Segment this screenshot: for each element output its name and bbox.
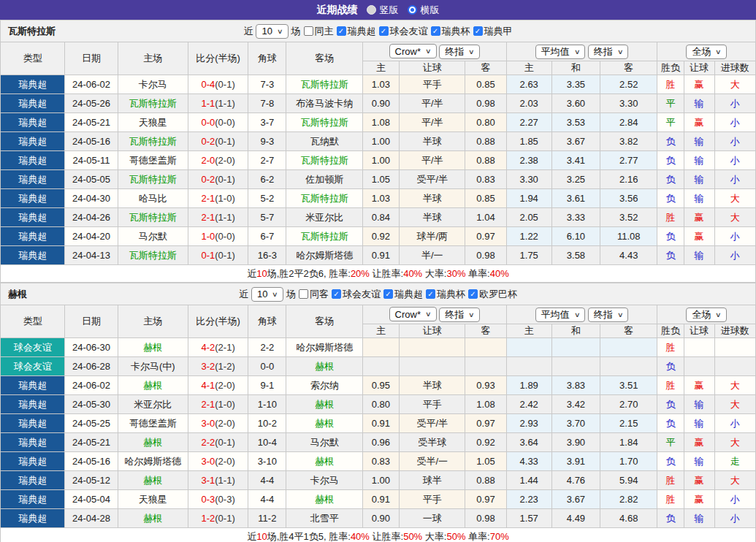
final-odds-select-2[interactable]: 终指∨ <box>588 308 629 322</box>
league-checkbox-1[interactable]: ✓ 球会友谊 <box>379 25 428 38</box>
halftime-score: (0-1) <box>215 136 234 147</box>
corner-count: 6-7 <box>248 227 286 246</box>
same-away-checkbox[interactable]: 同客 <box>299 288 329 301</box>
final-odds-select[interactable]: 终指∨ <box>439 308 480 322</box>
sub-header-home-odds: 主 <box>362 61 399 75</box>
radio-icon-unselected[interactable] <box>367 5 376 15</box>
sub-header-draw: 和 <box>551 324 600 338</box>
checkbox-checked-icon[interactable]: ✓ <box>332 289 341 299</box>
fulltime-score: 0-4 <box>201 79 215 90</box>
league-checkbox-0[interactable]: ✓ 瑞典超 <box>337 25 376 38</box>
summary-text: 场,胜2平2负6, 胜率: <box>267 268 351 279</box>
match-row: 瑞典超24-04-20马尔默1-0(0-0)6-7瓦斯特拉斯0.92球半/两0.… <box>1 227 756 246</box>
final-odds-select-2[interactable]: 终指∨ <box>588 45 629 59</box>
col-header-score: 比分(半场) <box>188 42 248 75</box>
checkbox-checked-icon[interactable]: ✓ <box>383 289 393 299</box>
fulltime-score: 3-1 <box>201 475 215 486</box>
league-checkbox-2[interactable]: ✓ 瑞典杯 <box>426 288 465 301</box>
result-handicap: 赢 <box>684 208 714 227</box>
matches-count-select[interactable]: 10 ∨ <box>251 287 283 302</box>
avg-draw-odds: 3.53 <box>551 113 600 132</box>
checkbox-checked-icon[interactable]: ✓ <box>379 26 389 36</box>
halftime-score: (0-1) <box>215 250 234 261</box>
match-date: 24-05-30 <box>65 395 118 414</box>
sub-header-goals-result: 进球数 <box>714 61 755 75</box>
league-badge: 瑞典超 <box>1 395 65 414</box>
final-odds-select[interactable]: 终指∨ <box>439 45 480 59</box>
match-row: 瑞典超24-05-21天狼星0-0(0-0)3-7瓦斯特拉斯1.08平/半0.8… <box>1 113 756 132</box>
result-goals: 小 <box>714 227 755 246</box>
average-odds-select-value: 平均值 <box>541 45 570 58</box>
avg-draw-odds: 4.49 <box>551 509 600 528</box>
handicap-line: 平手 <box>400 395 465 414</box>
handicap-home-odds: 1.03 <box>362 75 399 94</box>
avg-win-odds: 3.30 <box>506 170 551 189</box>
radio-horizontal-layout[interactable]: 横版 <box>408 4 440 17</box>
league-checkbox-3[interactable]: ✓ 瑞典甲 <box>473 25 513 38</box>
result-handicap: 输 <box>684 94 714 113</box>
section-summary-cell: 近10场,胜4平1负5, 胜率:40% 让胜率:50% 大率:50% 单率:70… <box>1 528 756 542</box>
league-badge: 瑞典超 <box>1 208 65 227</box>
avg-lose-odds: 4.68 <box>600 509 657 528</box>
final-odds-select-value: 终指 <box>445 45 464 58</box>
handicap-line <box>400 357 465 376</box>
filter-bar: 近 10 ∨ 场 同客 ✓ 球会友谊 ✓ 瑞典超 <box>1 287 755 302</box>
match-date: 24-05-21 <box>65 113 118 132</box>
bookmaker-select[interactable]: Crow*∨ <box>389 307 437 321</box>
radio-icon-selected[interactable] <box>408 5 417 15</box>
handicap-line: 半球 <box>400 132 465 151</box>
home-team: 米亚尔比 <box>118 395 188 414</box>
halftime-score: (0-3) <box>215 494 234 505</box>
result-goals: 小 <box>714 94 755 113</box>
result-goals <box>714 357 755 376</box>
checkbox-unchecked-icon[interactable] <box>304 26 313 36</box>
average-header-cell: 平均值∨ 终指∨ <box>506 305 657 324</box>
league-checkbox-2[interactable]: ✓ 瑞典杯 <box>431 25 470 38</box>
summary-text: 近 <box>247 531 256 542</box>
checkbox-checked-icon[interactable]: ✓ <box>468 289 478 299</box>
away-team: 瓦斯特拉斯 <box>286 189 362 208</box>
league-checkbox-1[interactable]: ✓ 瑞典超 <box>383 288 423 301</box>
league-badge: 瑞典超 <box>1 376 65 395</box>
match-date: 24-06-30 <box>65 338 118 357</box>
handicap-line: 平/半 <box>400 94 465 113</box>
matches-count-select[interactable]: 10 ∨ <box>256 24 288 39</box>
halftime-score: (0-1) <box>215 174 234 185</box>
avg-draw-odds: 3.67 <box>551 132 600 151</box>
checkbox-checked-icon[interactable]: ✓ <box>337 26 346 36</box>
match-row: 瑞典超24-05-04天狼星0-3(0-3)4-4赫根0.91平手0.972.2… <box>1 490 756 509</box>
sub-header-handicap-result: 让球 <box>684 61 714 75</box>
checkbox-checked-icon[interactable]: ✓ <box>426 289 435 299</box>
avg-win-odds: 1.44 <box>506 471 551 490</box>
league-checkbox-label: 瑞典甲 <box>484 25 513 38</box>
handicap-away-odds: 0.88 <box>465 151 506 170</box>
match-score: 0-4(0-1) <box>188 75 248 94</box>
scope-header-cell: 全场∨ <box>657 42 756 61</box>
match-score: 1-0(0-0) <box>188 227 248 246</box>
same-home-checkbox[interactable]: 同主 <box>304 25 334 38</box>
corner-count: 3-10 <box>248 452 286 471</box>
average-odds-select[interactable]: 平均值∨ <box>535 45 586 59</box>
radio-vertical-layout[interactable]: 竖版 <box>367 4 399 17</box>
match-score: 4-2(2-1) <box>188 338 248 357</box>
handicap-home-odds: 0.83 <box>362 452 399 471</box>
fulltime-score: 1-1 <box>201 98 215 109</box>
bookmaker-select[interactable]: Crow*∨ <box>389 44 437 58</box>
scope-select[interactable]: 全场∨ <box>686 45 727 59</box>
avg-lose-odds: 11.08 <box>600 227 657 246</box>
avg-draw-odds: 6.10 <box>551 227 600 246</box>
result-wdl: 胜 <box>657 75 684 94</box>
match-date: 24-05-16 <box>65 132 118 151</box>
checkbox-checked-icon[interactable]: ✓ <box>473 26 483 36</box>
league-checkbox-0[interactable]: ✓ 球会友谊 <box>332 288 381 301</box>
checkbox-checked-icon[interactable]: ✓ <box>431 26 440 36</box>
average-odds-select[interactable]: 平均值∨ <box>535 308 586 322</box>
checkbox-unchecked-icon[interactable] <box>299 289 308 299</box>
league-checkbox-3[interactable]: ✓ 欧罗巴杯 <box>468 288 517 301</box>
result-wdl: 胜 <box>657 490 684 509</box>
scope-select[interactable]: 全场∨ <box>686 308 727 322</box>
result-handicap <box>684 357 714 376</box>
result-handicap <box>684 338 714 357</box>
halftime-score: (0-1) <box>215 79 234 90</box>
avg-win-odds: 3.64 <box>506 433 551 452</box>
